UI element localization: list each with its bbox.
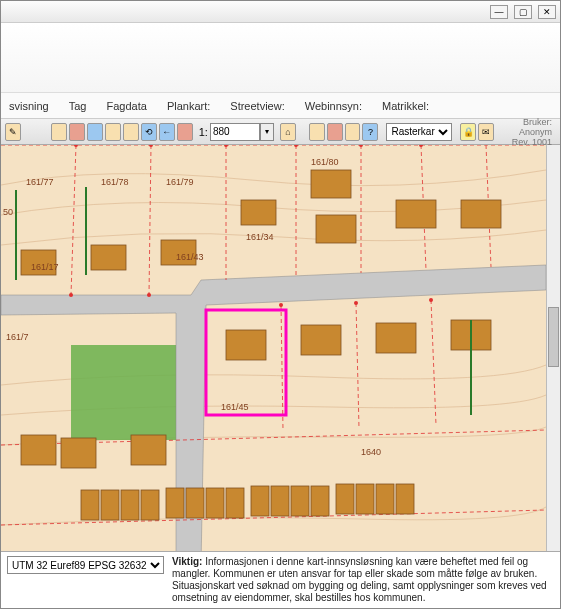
tool-draw-icon[interactable]: ✎: [5, 123, 21, 141]
svg-rect-47: [206, 488, 224, 518]
svg-rect-31: [316, 215, 356, 243]
svg-rect-39: [61, 438, 96, 468]
header-banner: [1, 23, 560, 93]
parcel-label: 161/77: [26, 177, 54, 187]
tool-info-icon[interactable]: [309, 123, 325, 141]
tool-home-icon[interactable]: ⌂: [280, 123, 296, 141]
window-minimize-button[interactable]: —: [490, 5, 508, 19]
svg-point-21: [69, 293, 73, 297]
svg-point-22: [147, 293, 151, 297]
crs-select[interactable]: UTM 32 Euref89 EPSG 32632: [7, 556, 164, 574]
parcel-label: 161/45: [221, 402, 249, 412]
scale-control: 1: ▾: [199, 123, 274, 141]
svg-rect-53: [336, 484, 354, 514]
svg-rect-46: [186, 488, 204, 518]
svg-rect-33: [461, 200, 501, 228]
svg-point-23: [279, 303, 283, 307]
svg-point-24: [354, 301, 358, 305]
svg-rect-35: [301, 325, 341, 355]
tab-plankart[interactable]: Plankart:: [167, 100, 210, 112]
tool-stop-icon[interactable]: [177, 123, 193, 141]
tool-refresh-icon[interactable]: ⟲: [141, 123, 157, 141]
tab-streetview[interactable]: Streetview:: [230, 100, 284, 112]
raster-select[interactable]: Rasterkar: [386, 123, 452, 141]
app-window: — ▢ ✕ svisning Tag Fagdata Plankart: Str…: [0, 0, 561, 609]
svg-rect-43: [121, 490, 139, 520]
svg-rect-41: [81, 490, 99, 520]
svg-rect-44: [141, 490, 159, 520]
parcel-label: 161/17: [31, 262, 59, 272]
vertical-scrollbar[interactable]: [546, 145, 560, 551]
tool-help-icon[interactable]: ?: [362, 123, 378, 141]
main-tabs: svisning Tag Fagdata Plankart: Streetvie…: [1, 93, 560, 119]
parcel-label: 161/79: [166, 177, 194, 187]
tab-matrikkel[interactable]: Matrikkel:: [382, 100, 429, 112]
svg-rect-40: [131, 435, 166, 465]
svg-rect-27: [91, 245, 126, 270]
svg-rect-42: [101, 490, 119, 520]
svg-point-25: [429, 298, 433, 302]
cadastral-map: 161/77 161/78 161/79 161/80 161/17 161/3…: [1, 145, 546, 551]
tab-fagdata[interactable]: Fagdata: [107, 100, 147, 112]
tool-mail-icon[interactable]: ✉: [478, 123, 494, 141]
tool-export-icon[interactable]: [345, 123, 361, 141]
tool-zoom-icon[interactable]: [105, 123, 121, 141]
parcel-label: 161/7: [6, 332, 29, 342]
window-maximize-button[interactable]: ▢: [514, 5, 532, 19]
svg-rect-56: [396, 484, 414, 514]
svg-rect-54: [356, 484, 374, 514]
parcel-label: 161/43: [176, 252, 204, 262]
svg-rect-36: [376, 323, 416, 353]
tool-back-icon[interactable]: ←: [159, 123, 175, 141]
footer: UTM 32 Euref89 EPSG 32632 Viktig: Inform…: [1, 551, 560, 608]
map-viewport[interactable]: 161/77 161/78 161/79 161/80 161/17 161/3…: [1, 145, 560, 551]
scale-dropdown-icon[interactable]: ▾: [260, 123, 274, 141]
svg-rect-49: [251, 486, 269, 516]
scale-prefix: 1:: [199, 126, 208, 138]
titlebar: — ▢ ✕: [1, 1, 560, 23]
tab-webinnsyn[interactable]: Webinnsyn:: [305, 100, 362, 112]
user-name: Bruker: Anonym: [496, 117, 552, 137]
svg-rect-29: [241, 200, 276, 225]
svg-rect-45: [166, 488, 184, 518]
toolbar: ✎ ⟲ ← 1: ▾ ⌂ ? Rasterkar 🔒 ✉ Bruker: Ano…: [1, 119, 560, 145]
parcel-label: 1640: [361, 447, 381, 457]
svg-rect-51: [291, 486, 309, 516]
tool-delete-icon[interactable]: [69, 123, 85, 141]
tool-world-icon[interactable]: [87, 123, 103, 141]
tool-pan-icon[interactable]: [123, 123, 139, 141]
svg-rect-48: [226, 488, 244, 518]
extent-label: 50: [3, 207, 13, 217]
parcel-label: 161/34: [246, 232, 274, 242]
window-close-button[interactable]: ✕: [538, 5, 556, 19]
disclaimer-text: Viktig: Informasjonen i denne kart-innsy…: [172, 556, 554, 604]
svg-rect-50: [271, 486, 289, 516]
svg-rect-30: [311, 170, 351, 198]
scrollbar-thumb[interactable]: [548, 307, 559, 367]
svg-rect-34: [226, 330, 266, 360]
parcel-label: 161/78: [101, 177, 129, 187]
svg-rect-32: [396, 200, 436, 228]
tool-print-icon[interactable]: [327, 123, 343, 141]
tool-layer-icon[interactable]: [51, 123, 67, 141]
tab-tag[interactable]: Tag: [69, 100, 87, 112]
svg-rect-38: [21, 435, 56, 465]
tab-visning[interactable]: svisning: [9, 100, 49, 112]
parcel-label: 161/80: [311, 157, 339, 167]
tool-lock-icon[interactable]: 🔒: [460, 123, 476, 141]
svg-rect-55: [376, 484, 394, 514]
user-info: Bruker: Anonym Rev. 1001: [496, 117, 556, 147]
disclaimer-label: Viktig:: [172, 556, 202, 567]
scale-input[interactable]: [210, 123, 260, 141]
disclaimer-body: Informasjonen i denne kart-innsynsløsnin…: [172, 556, 547, 603]
svg-rect-52: [311, 486, 329, 516]
